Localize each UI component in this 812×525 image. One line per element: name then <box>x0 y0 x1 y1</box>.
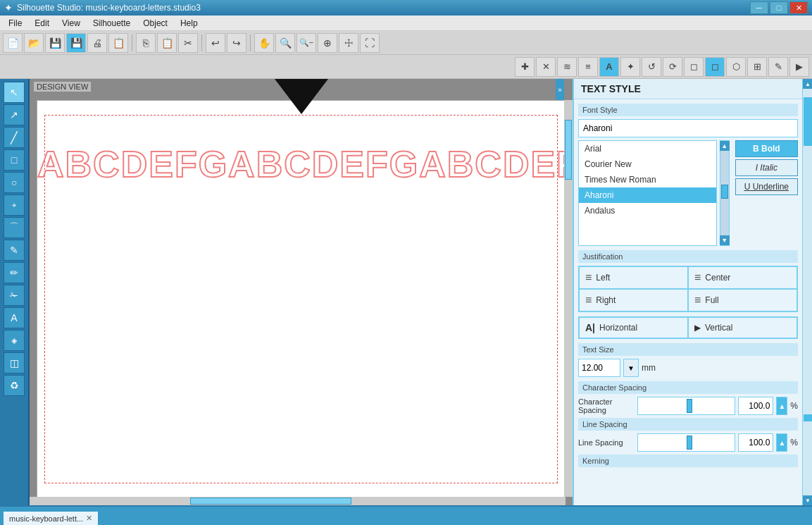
canvas-vscroll-thumb[interactable] <box>565 120 572 179</box>
crosshair-tool[interactable]: ⌖ <box>4 194 25 216</box>
tb2-btn8[interactable]: ⟳ <box>663 57 682 77</box>
tb2-btn4[interactable]: ≡ <box>578 57 598 77</box>
zoom-in-button[interactable]: 🔍 <box>275 33 295 53</box>
minimize-button[interactable]: ─ <box>750 1 768 14</box>
rotate-button[interactable]: ☩ <box>339 33 358 53</box>
italic-button[interactable]: I Italic <box>735 159 798 176</box>
font-item-courier[interactable]: Courier New <box>579 156 716 172</box>
tb2-btn13[interactable]: ✎ <box>768 57 788 77</box>
curve-tool[interactable]: ⌒ <box>4 217 25 238</box>
fill-tool[interactable]: ◈ <box>4 330 25 351</box>
rp-scroll-thumb2[interactable] <box>804 414 812 421</box>
grid-button[interactable]: ⛶ <box>360 33 380 53</box>
menu-help[interactable]: Help <box>175 17 204 30</box>
character-spacing-thumb[interactable] <box>687 399 692 413</box>
canvas-white[interactable]: ABCDEFG ABCDEFG ABCDEFG <box>37 100 566 498</box>
canvas-area[interactable]: DESIGN VIEW ABCDEFG ABCDEFG ABCDEFG » <box>30 79 573 505</box>
character-spacing-slider[interactable] <box>637 397 735 415</box>
tb2-btn10[interactable]: ◻ <box>705 57 725 77</box>
canvas-hscroll-thumb[interactable] <box>190 498 351 505</box>
pen-tool[interactable]: ✏ <box>4 262 25 283</box>
menu-edit[interactable]: Edit <box>29 17 55 30</box>
save-as-button[interactable]: 💾 <box>66 33 86 53</box>
menu-object[interactable]: Object <box>137 17 173 30</box>
rp-scroll-thumb[interactable] <box>804 97 812 146</box>
save-button[interactable]: 💾 <box>45 33 65 53</box>
character-spacing-stepper[interactable]: ▲ <box>776 397 787 415</box>
font-scroll-thumb[interactable] <box>721 185 728 199</box>
undo-button[interactable]: ↩ <box>206 33 225 53</box>
line-spacing-slider[interactable] <box>637 433 735 452</box>
node-tool[interactable]: ↗ <box>4 104 25 125</box>
rp-scroll-up[interactable]: ▲ <box>803 79 812 89</box>
font-scroll-track[interactable] <box>720 151 729 235</box>
underline-button[interactable]: U Underline <box>735 178 798 195</box>
canvas-vscroll[interactable] <box>564 100 573 497</box>
bold-button[interactable]: B Bold <box>735 140 798 157</box>
font-scroll-up[interactable]: ▲ <box>720 141 730 151</box>
open-button[interactable]: 📂 <box>24 33 44 53</box>
ellipse-tool[interactable]: ○ <box>4 172 25 193</box>
font-item-andalus[interactable]: Andalus <box>579 203 716 218</box>
close-button[interactable]: ✕ <box>789 1 808 14</box>
menu-silhouette[interactable]: Silhouette <box>87 17 136 30</box>
pan-button[interactable]: ✋ <box>254 33 274 53</box>
line-spacing-stepper[interactable]: ▲ <box>776 433 787 452</box>
horizontal-button[interactable]: A| Horizontal <box>580 318 687 338</box>
justify-right-button[interactable]: ≡ Right <box>580 290 687 311</box>
text-tool[interactable]: A <box>4 307 25 328</box>
eraser-tool[interactable]: ✁ <box>4 285 25 306</box>
justify-left-button[interactable]: ≡ Left <box>580 267 687 288</box>
tb2-btn14[interactable]: ▶ <box>789 57 809 77</box>
menu-file[interactable]: File <box>3 17 27 30</box>
line-spacing-thumb[interactable] <box>687 436 692 450</box>
line-spacing-value[interactable] <box>738 433 773 452</box>
vertical-button[interactable]: ▶ Vertical <box>689 318 797 338</box>
text-size-input[interactable] <box>578 359 620 377</box>
canvas-expand-button[interactable]: » <box>556 79 564 100</box>
tb2-btn11[interactable]: ⬡ <box>726 57 746 77</box>
tb2-btn2[interactable]: ✕ <box>536 57 556 77</box>
tb2-btn6[interactable]: ✦ <box>620 57 640 77</box>
select-tool[interactable]: ↖ <box>4 82 25 103</box>
font-list-scrollbar[interactable]: ▲ ▼ <box>720 140 730 246</box>
text-tool-button[interactable]: A <box>599 57 619 77</box>
character-spacing-value[interactable] <box>738 397 773 415</box>
rp-scroll-track[interactable] <box>803 89 812 495</box>
cut-button[interactable]: ✂ <box>178 33 198 53</box>
font-scroll-down[interactable]: ▼ <box>720 235 730 245</box>
font-item-arial[interactable]: Arial <box>579 141 716 156</box>
frame-tool[interactable]: ◫ <box>4 352 25 373</box>
text-size-dropdown[interactable]: ▼ <box>623 359 639 377</box>
tb2-btn1[interactable]: ✚ <box>515 57 535 77</box>
justify-full-button[interactable]: ≡ Full <box>689 290 797 311</box>
rp-scroll-down[interactable]: ▼ <box>803 495 812 505</box>
tb2-btn3[interactable]: ≋ <box>557 57 577 77</box>
print-button[interactable]: 🖨 <box>87 33 107 53</box>
right-panel-scrollbar[interactable]: ▲ ▼ <box>802 79 812 505</box>
justify-center-button[interactable]: ≡ Center <box>689 267 797 288</box>
new-button[interactable]: 📄 <box>3 33 23 53</box>
pencil-tool[interactable]: ✎ <box>4 240 25 261</box>
zoom-fit-button[interactable]: ⊕ <box>318 33 337 53</box>
zoom-out-button[interactable]: 🔍− <box>296 33 316 53</box>
tb2-btn9[interactable]: ◻ <box>684 57 704 77</box>
menu-view[interactable]: View <box>56 17 86 30</box>
tab-close-button[interactable]: ✕ <box>86 514 92 523</box>
font-list[interactable]: Arial Courier New Times New Roman Aharon… <box>578 140 717 246</box>
rect-tool[interactable]: □ <box>4 149 25 171</box>
canvas-hscroll[interactable] <box>30 497 566 505</box>
print2-button[interactable]: 📋 <box>108 33 128 53</box>
maximize-button[interactable]: □ <box>770 1 788 14</box>
tb2-btn12[interactable]: ⊞ <box>747 57 767 77</box>
font-name-input[interactable] <box>578 119 798 137</box>
paste-button[interactable]: 📋 <box>157 33 177 53</box>
font-item-times[interactable]: Times New Roman <box>579 172 716 187</box>
line-tool[interactable]: ╱ <box>4 127 25 148</box>
tb2-btn7[interactable]: ↺ <box>642 57 661 77</box>
refresh-tool[interactable]: ♻ <box>4 375 25 396</box>
redo-button[interactable]: ↪ <box>227 33 246 53</box>
tab-music-keyboard[interactable]: music-keyboard-lett... ✕ <box>3 511 99 525</box>
copy-button[interactable]: ⎘ <box>136 33 156 53</box>
font-item-aharoni[interactable]: Aharoni <box>579 187 716 203</box>
